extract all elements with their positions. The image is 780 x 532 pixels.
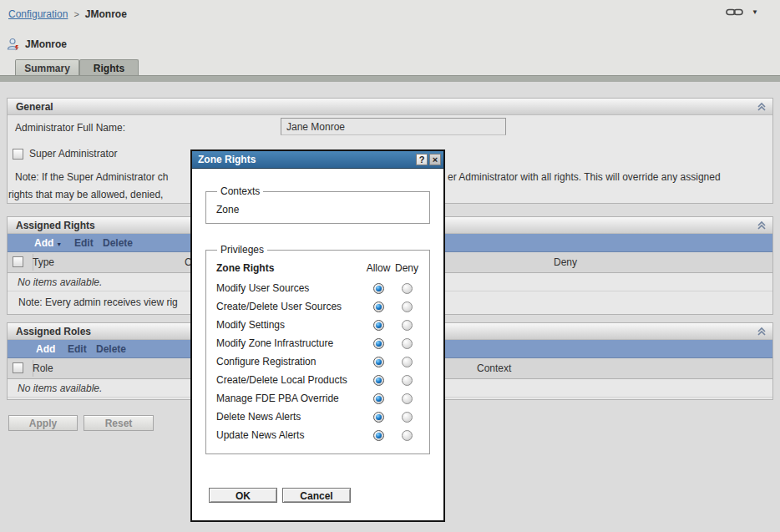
- deny-radio[interactable]: [402, 430, 413, 441]
- add-button[interactable]: Add▼: [34, 237, 62, 249]
- privilege-label: Modify User Sources: [215, 282, 364, 294]
- privilege-row: Delete News Alerts: [215, 408, 421, 426]
- apply-button[interactable]: Apply: [8, 415, 78, 431]
- breadcrumb-separator: >: [73, 9, 79, 19]
- deny-radio[interactable]: [402, 320, 413, 331]
- allow-radio[interactable]: [373, 430, 384, 441]
- privilege-row: Modify Settings: [215, 316, 421, 334]
- general-panel-header: General: [8, 99, 772, 115]
- close-icon[interactable]: ×: [429, 154, 441, 165]
- allow-radio[interactable]: [373, 301, 384, 312]
- admin-full-name-label: Administrator Full Name:: [15, 122, 125, 134]
- radio-cell: [364, 320, 393, 331]
- allow-radio[interactable]: [373, 320, 384, 331]
- super-admin-note-line1-left: Note: If the Super Administrator ch: [15, 171, 168, 183]
- deny-radio[interactable]: [402, 338, 413, 349]
- link-chain-icon[interactable]: [726, 8, 743, 17]
- radio-cell: [393, 338, 421, 349]
- help-icon[interactable]: ?: [416, 154, 428, 165]
- privilege-row: Manage FDE PBA Override: [215, 389, 421, 408]
- zone-rights-dialog: Zone Rights ? × Contexts Zone Privileges…: [190, 149, 445, 522]
- collapse-chevron-icon[interactable]: [757, 327, 767, 337]
- column-context: Context: [477, 362, 511, 374]
- assigned-roles-title: Assigned Roles: [16, 326, 91, 337]
- super-admin-row: Super Administrator: [13, 148, 117, 160]
- privilege-row: Modify User Sources: [215, 279, 421, 297]
- allow-radio[interactable]: [373, 412, 384, 423]
- radio-cell: [364, 338, 393, 349]
- radio-cell: [364, 283, 393, 294]
- radio-cell: [364, 393, 393, 404]
- delete-button[interactable]: Delete: [96, 343, 126, 355]
- user-badge-icon: [7, 38, 20, 51]
- tab-rights[interactable]: Rights: [79, 59, 139, 75]
- general-panel-title: General: [16, 101, 53, 113]
- deny-column-label: Deny: [393, 262, 421, 274]
- top-icon-group: ▼: [726, 8, 758, 17]
- delete-button[interactable]: Delete: [103, 237, 133, 249]
- reset-button[interactable]: Reset: [84, 415, 154, 431]
- privileges-rows: Modify User SourcesCreate/Delete User So…: [215, 279, 421, 444]
- add-dropdown-icon[interactable]: ▼: [56, 241, 62, 247]
- privilege-label: Modify Settings: [215, 319, 364, 331]
- radio-cell: [364, 412, 393, 423]
- deny-radio[interactable]: [402, 412, 413, 423]
- edit-button[interactable]: Edit: [68, 343, 87, 355]
- privilege-label: Delete News Alerts: [215, 411, 364, 423]
- column-role: Role: [33, 362, 53, 374]
- privilege-label: Create/Delete Local Products: [215, 374, 364, 386]
- collapse-chevron-icon[interactable]: [757, 102, 767, 112]
- tab-strip: [0, 75, 780, 82]
- add-button[interactable]: Add: [36, 343, 55, 355]
- privilege-label: Configure Registration: [215, 356, 364, 367]
- select-all-checkbox[interactable]: [13, 256, 23, 267]
- privilege-row: Update News Alerts: [215, 426, 421, 444]
- select-all-checkbox[interactable]: [13, 362, 23, 373]
- radio-cell: [393, 320, 421, 331]
- radio-cell: [364, 301, 393, 312]
- contexts-value: Zone: [216, 204, 421, 215]
- chevron-down-icon[interactable]: ▼: [752, 8, 758, 16]
- privilege-row: Create/Delete Local Products: [215, 371, 421, 389]
- admin-full-name-input[interactable]: [281, 118, 506, 135]
- radio-cell: [393, 430, 421, 441]
- super-admin-note-line1-right: er Administrator with all rights. This w…: [448, 171, 721, 183]
- column-type: Type: [33, 256, 54, 268]
- page: Configuration > JMonroe ▼ JMonroe Summar…: [0, 0, 780, 532]
- deny-radio[interactable]: [402, 357, 413, 367]
- object-header: JMonroe: [7, 38, 67, 51]
- allow-radio[interactable]: [373, 393, 384, 404]
- dialog-title-buttons: ? ×: [416, 154, 441, 165]
- allow-column-label: Allow: [364, 262, 393, 274]
- radio-cell: [393, 375, 421, 386]
- page-title: JMonroe: [25, 38, 67, 50]
- collapse-chevron-icon[interactable]: [757, 220, 767, 231]
- privileges-fieldset: Privileges Zone Rights Allow Deny Modify…: [205, 244, 430, 454]
- allow-radio[interactable]: [373, 338, 384, 349]
- privileges-legend: Privileges: [217, 244, 267, 256]
- radio-cell: [364, 375, 393, 386]
- deny-radio[interactable]: [402, 375, 413, 386]
- deny-radio[interactable]: [402, 301, 413, 312]
- super-admin-label: Super Administrator: [29, 148, 117, 160]
- dialog-title-bar[interactable]: Zone Rights ? ×: [192, 151, 443, 169]
- radio-cell: [393, 412, 421, 423]
- privilege-label: Create/Delete User Sources: [215, 301, 364, 312]
- deny-radio[interactable]: [402, 393, 413, 404]
- ok-button[interactable]: OK: [209, 488, 277, 503]
- privilege-label: Update News Alerts: [215, 429, 364, 441]
- allow-radio[interactable]: [373, 283, 384, 294]
- cancel-button[interactable]: Cancel: [282, 488, 351, 503]
- deny-radio[interactable]: [402, 283, 413, 294]
- radio-cell: [393, 301, 421, 312]
- privileges-table-header: Zone Rights Allow Deny: [215, 257, 421, 279]
- tab-summary[interactable]: Summary: [15, 59, 79, 75]
- radio-cell: [364, 357, 393, 367]
- privilege-label: Modify Zone Infrastructure: [215, 337, 364, 349]
- super-admin-checkbox[interactable]: [13, 149, 23, 160]
- breadcrumb-link-configuration[interactable]: Configuration: [8, 8, 68, 20]
- contexts-legend: Contexts: [217, 185, 263, 197]
- allow-radio[interactable]: [373, 375, 384, 386]
- edit-button[interactable]: Edit: [74, 237, 94, 249]
- allow-radio[interactable]: [373, 357, 384, 367]
